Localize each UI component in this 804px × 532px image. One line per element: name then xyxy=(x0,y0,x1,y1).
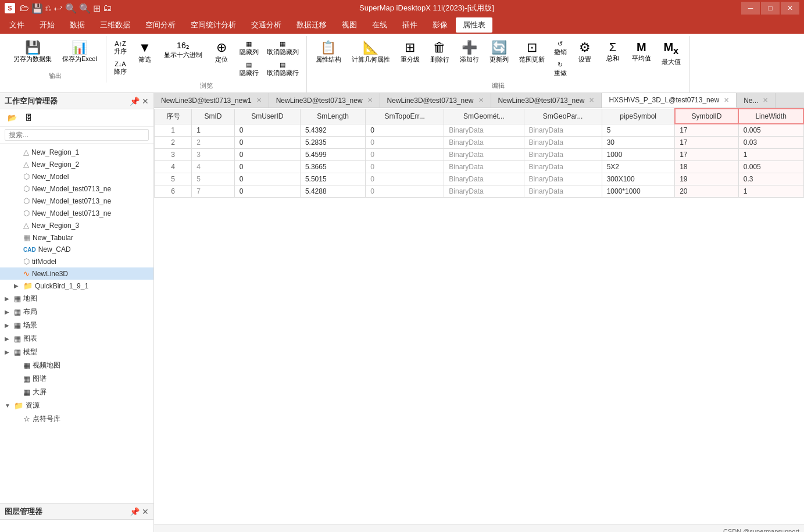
tree-item-new-model[interactable]: ⬡ New_Model xyxy=(0,170,153,183)
tree-item-new-region-3[interactable]: △ New_Region_3 xyxy=(0,219,153,231)
col-header-seq[interactable]: 序号 xyxy=(155,109,192,124)
tab-close-5[interactable]: ✕ xyxy=(763,97,768,104)
minimize-btn[interactable]: ─ xyxy=(741,2,760,15)
attribute-table[interactable]: 序号 SmID SmUserID SmLength SmTopoErr... S… xyxy=(154,108,804,524)
col-header-smlength[interactable]: SmLength xyxy=(300,109,365,124)
tab-close-2[interactable]: ✕ xyxy=(478,97,484,104)
tree-item-layout[interactable]: ▶ ▦ 布局 xyxy=(0,305,153,319)
tab-label: Ne... xyxy=(744,97,758,105)
redo-btn[interactable]: ↻ 重做 xyxy=(551,59,570,79)
tab-0[interactable]: NewLine3D@test0713_new1 ✕ xyxy=(154,93,269,108)
update-col-btn[interactable]: 🔄 更新列 xyxy=(485,38,513,67)
tree-item-resource[interactable]: ▼ 📁 资源 xyxy=(0,399,153,412)
menu-view[interactable]: 视图 xyxy=(335,17,364,33)
sort-asc-btn[interactable]: A↑Z 升序 xyxy=(111,38,130,58)
avg-btn[interactable]: M 平均值 xyxy=(628,38,655,66)
tree-item-newline3d[interactable]: ∿ NewLine3D xyxy=(0,267,153,280)
tab-close-0[interactable]: ✕ xyxy=(256,97,262,104)
calc-geo-btn[interactable]: 📐 计算几何属性 xyxy=(348,38,394,67)
menu-attribute[interactable]: 属性表 xyxy=(456,17,492,33)
max-btn[interactable]: Mx 最大值 xyxy=(658,38,685,69)
col-header-smtopoerr[interactable]: SmTopoErr... xyxy=(366,109,444,124)
table-row[interactable]: 3 3 0 5.4599 0 BinaryData BinaryData 100… xyxy=(155,149,804,161)
menu-traffic[interactable]: 交通分析 xyxy=(244,17,288,33)
col-header-symbolid[interactable]: SymbolID xyxy=(675,109,739,124)
delete-row-btn[interactable]: 🗑 删除行 xyxy=(426,38,453,67)
menu-spatial-stat[interactable]: 空间统计分析 xyxy=(184,17,243,33)
sort-desc-btn[interactable]: Z↓A 降序 xyxy=(111,59,130,78)
filter-btn[interactable]: ▼ 筛选 xyxy=(132,38,158,67)
open-datasource-btn[interactable]: 📂 xyxy=(5,112,20,124)
table-row[interactable]: 4 4 0 5.3665 0 BinaryData BinaryData 5X2… xyxy=(155,161,804,173)
tree-item-new-tabular[interactable]: ▦ New_Tabular xyxy=(0,231,153,244)
tree-item-tif-model[interactable]: ⬡ tifModel xyxy=(0,255,153,267)
range-update-btn[interactable]: ⊡ 范围更新 xyxy=(515,38,549,67)
reclass-btn[interactable]: ⊞ 重分级 xyxy=(396,38,424,67)
menu-imagery[interactable]: 影像 xyxy=(426,17,455,33)
sum-btn[interactable]: Σ 总和 xyxy=(600,38,626,66)
col-header-smuserid[interactable]: SmUserID xyxy=(234,109,300,124)
menu-data[interactable]: 数据 xyxy=(63,17,92,33)
close-layer-btn[interactable]: ✕ xyxy=(142,507,149,516)
menu-plugin[interactable]: 插件 xyxy=(395,17,424,33)
close-btn[interactable]: ✕ xyxy=(781,2,799,15)
tree-item-new-cad[interactable]: CAD New_CAD xyxy=(0,244,153,255)
save-as-excel-btn[interactable]: 📊 保存为Excel xyxy=(58,38,101,66)
show-col-btn[interactable]: ▦ 取消隐藏列 xyxy=(264,38,302,58)
tree-item-chart[interactable]: ▶ ▦ 图表 xyxy=(0,332,153,345)
table-row[interactable]: 2 2 0 5.2835 0 BinaryData BinaryData 30 … xyxy=(155,137,804,149)
menu-migration[interactable]: 数据迁移 xyxy=(290,17,334,33)
table-row[interactable]: 6 7 0 5.4288 0 BinaryData BinaryData 100… xyxy=(155,185,804,198)
col-header-smgeomet[interactable]: SmGeomét... xyxy=(444,109,524,124)
tab-close-3[interactable]: ✕ xyxy=(589,97,594,104)
tree-item-model-test2[interactable]: ⬡ New_Model_test0713_ne xyxy=(0,195,153,207)
tree-item-scene[interactable]: ▶ ▦ 场景 xyxy=(0,319,153,332)
attr-struct-btn[interactable]: 📋 属性结构 xyxy=(312,38,345,67)
tab-1[interactable]: NewLine3D@test0713_new ✕ xyxy=(269,93,380,108)
tree-item-symbollib[interactable]: ☆ 点符号库 xyxy=(0,412,153,426)
menu-3d[interactable]: 三维数据 xyxy=(93,17,137,33)
table-row[interactable]: 1 1 0 5.4392 0 BinaryData BinaryData 5 1… xyxy=(155,124,804,137)
menu-spatial[interactable]: 空间分析 xyxy=(138,17,183,33)
tree-item-screen[interactable]: ▦ 大屏 xyxy=(0,385,153,399)
col-header-linewidth[interactable]: LineWidth xyxy=(738,109,803,124)
undo-btn[interactable]: ↺ 撤销 xyxy=(551,38,570,58)
tab-close-1[interactable]: ✕ xyxy=(367,97,373,104)
hex-btn[interactable]: 16₂ 显示十六进制 xyxy=(160,38,206,62)
tree-item-model-test1[interactable]: ⬡ New_Model_test0713_ne xyxy=(0,183,153,195)
window-controls[interactable]: ─ □ ✕ xyxy=(741,2,799,15)
search-input[interactable] xyxy=(5,129,149,141)
show-row-btn[interactable]: ▤ 取消隐藏行 xyxy=(264,59,302,79)
hide-row-btn[interactable]: ▤ 隐藏行 xyxy=(237,59,262,79)
col-header-pipesymbol[interactable]: pipeSymbol xyxy=(602,109,675,124)
tree-item-model-test3[interactable]: ⬡ New_Model_test0713_ne xyxy=(0,207,153,219)
pin-layer-btn[interactable]: 📌 xyxy=(130,507,140,516)
locate-btn[interactable]: ⊕ 定位 xyxy=(209,38,234,67)
pin-workspace-btn[interactable]: 📌 xyxy=(130,97,140,106)
tree-item-new-region-1[interactable]: △ New_Region_1 xyxy=(0,146,153,158)
tree-item-model-group[interactable]: ▶ ▦ 模型 xyxy=(0,345,153,359)
menu-start[interactable]: 开始 xyxy=(33,17,62,33)
tab-close-4[interactable]: ✕ xyxy=(724,97,729,104)
settings-btn[interactable]: ⚙ 设置 xyxy=(572,38,598,67)
menu-online[interactable]: 在线 xyxy=(365,17,394,33)
tab-2[interactable]: NewLine3D@test0713_new ✕ xyxy=(380,93,491,108)
maximize-btn[interactable]: □ xyxy=(761,2,780,15)
save-as-dataset-btn[interactable]: 💾 另存为数据集 xyxy=(9,38,56,66)
tab-4[interactable]: HXSH\VS_P_3D_L@test0713_new ✕ xyxy=(602,93,737,108)
tab-5[interactable]: Ne... ✕ xyxy=(737,93,776,108)
col-header-smid[interactable]: SmID xyxy=(192,109,235,124)
tree-item-map[interactable]: ▶ ▦ 地图 xyxy=(0,292,153,305)
close-workspace-btn[interactable]: ✕ xyxy=(142,97,149,106)
tree-item-new-region-2[interactable]: △ New_Region_2 xyxy=(0,158,153,170)
col-header-smgeopar[interactable]: SmGeoPar... xyxy=(524,109,602,124)
tree-item-quickbird[interactable]: ▶ 📁 QuickBird_1_9_1 xyxy=(0,280,153,292)
tree-item-videomap[interactable]: ▦ 视频地图 xyxy=(0,359,153,372)
table-row[interactable]: 5 5 0 5.5015 0 BinaryData BinaryData 300… xyxy=(155,173,804,185)
hide-col-btn[interactable]: ▦ 隐藏列 xyxy=(237,38,262,58)
tree-item-schema[interactable]: ▦ 图谱 xyxy=(0,372,153,385)
menu-file[interactable]: 文件 xyxy=(2,17,31,33)
tab-3[interactable]: NewLine3D@test0713_new ✕ xyxy=(491,93,602,108)
add-row-btn[interactable]: ➕ 添加行 xyxy=(456,38,483,67)
new-datasource-btn[interactable]: 🗄 xyxy=(22,112,35,124)
